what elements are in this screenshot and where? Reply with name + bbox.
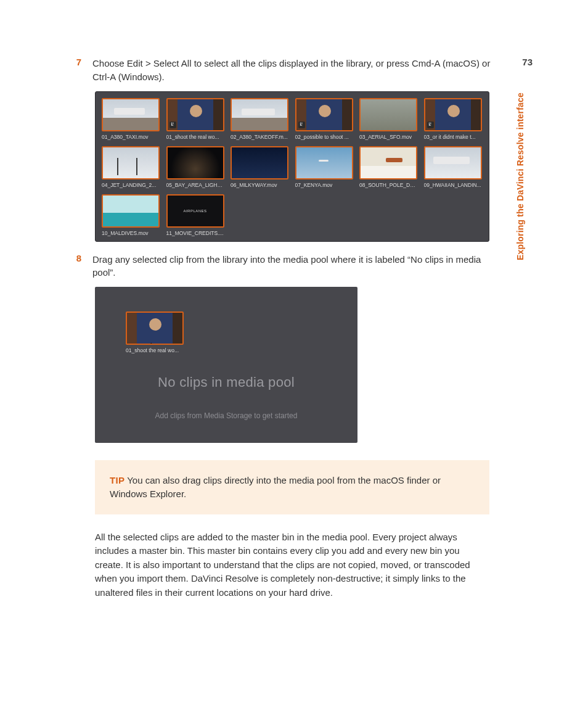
clip-label: 11_MOVIE_CREDITS.... bbox=[166, 230, 224, 236]
tip-text: You can also drag clips directly into th… bbox=[110, 475, 441, 499]
clip-item[interactable]: 02_A380_TAKEOFF.m... bbox=[231, 98, 290, 140]
clip-label: 04_JET_LANDING_2... bbox=[102, 182, 160, 188]
clip-grid: 01_A380_TAXI.mov01_shoot the real wo...0… bbox=[102, 98, 483, 236]
dragged-clip-thumbnail bbox=[126, 311, 184, 345]
clip-thumbnail[interactable] bbox=[359, 98, 417, 131]
clip-thumbnail[interactable] bbox=[231, 146, 288, 179]
clip-label: 01_A380_TAXI.mov bbox=[102, 134, 160, 140]
tip-label: TIP bbox=[110, 475, 125, 485]
clip-item[interactable]: 01_shoot the real wo... bbox=[166, 98, 226, 140]
clip-item[interactable]: AIRPLANES11_MOVIE_CREDITS.... bbox=[166, 194, 226, 236]
library-panel: 01_A380_TAXI.mov01_shoot the real wo...0… bbox=[95, 91, 489, 242]
clip-item[interactable]: 02_possible to shoot ... bbox=[295, 98, 354, 140]
clip-item[interactable]: 07_KENYA.mov bbox=[295, 146, 354, 188]
clip-label: 08_SOUTH_POLE_DC... bbox=[359, 182, 417, 188]
media-pool-empty-message: No clips in media pool bbox=[95, 374, 357, 390]
dragged-clip: 01_shoot the real wo... bbox=[126, 311, 184, 353]
clip-thumbnail[interactable] bbox=[166, 98, 224, 131]
clip-label: 05_BAY_AREA_LIGHT... bbox=[166, 182, 224, 188]
clip-thumbnail[interactable] bbox=[295, 98, 353, 131]
clip-thumbnail[interactable] bbox=[102, 194, 160, 228]
clip-label: 02_possible to shoot ... bbox=[295, 134, 353, 140]
dragged-clip-label: 01_shoot the real wo... bbox=[126, 347, 184, 353]
step-7-number: 7 bbox=[71, 57, 81, 84]
clip-thumbnail[interactable] bbox=[424, 146, 482, 179]
media-pool-panel: 01_shoot the real wo... No clips in medi… bbox=[95, 287, 357, 443]
audio-icon bbox=[298, 122, 305, 128]
clip-label: 03_or it didnt make t... bbox=[424, 134, 482, 140]
clip-item[interactable]: 09_HWAIIAN_LANDIN... bbox=[424, 146, 483, 188]
audio-icon bbox=[169, 122, 176, 128]
cursor-icon bbox=[150, 342, 159, 345]
clip-label: 02_A380_TAKEOFF.m... bbox=[231, 134, 288, 140]
clip-thumbnail[interactable] bbox=[166, 146, 224, 179]
clip-thumbnail[interactable] bbox=[424, 98, 482, 131]
clip-thumbnail[interactable] bbox=[231, 98, 288, 131]
clip-label: 06_MILKYWAY.mov bbox=[231, 182, 288, 188]
clip-label: 09_HWAIIAN_LANDIN... bbox=[424, 182, 482, 188]
clip-item[interactable]: 04_JET_LANDING_2... bbox=[102, 146, 161, 188]
clip-label: 07_KENYA.mov bbox=[295, 182, 353, 188]
clip-item[interactable]: 05_BAY_AREA_LIGHT... bbox=[166, 146, 226, 188]
clip-label: 10_MALDIVES.mov bbox=[102, 230, 160, 236]
clip-thumbnail[interactable] bbox=[102, 98, 160, 131]
clip-item[interactable]: 03_AERIAL_SFO.mov bbox=[359, 98, 419, 140]
page-number: 73 bbox=[522, 57, 533, 67]
step-7: 7 Choose Edit > Select All to select all… bbox=[71, 57, 503, 84]
clip-item[interactable]: 06_MILKYWAY.mov bbox=[231, 146, 290, 188]
clip-thumbnail[interactable] bbox=[102, 146, 160, 179]
clip-thumbnail[interactable] bbox=[359, 146, 417, 179]
step-8-number: 8 bbox=[71, 253, 81, 280]
clip-thumbnail[interactable] bbox=[295, 146, 353, 179]
body-paragraph: All the selected clips are added to the … bbox=[95, 530, 489, 600]
step-8-text: Drag any selected clip from the library … bbox=[92, 253, 503, 280]
clip-item[interactable]: 03_or it didnt make t... bbox=[424, 98, 483, 140]
clip-thumbnail[interactable]: AIRPLANES bbox=[166, 194, 224, 228]
clip-label: 01_shoot the real wo... bbox=[166, 134, 224, 140]
media-pool-empty-subtext: Add clips from Media Storage to get star… bbox=[95, 411, 357, 420]
tip-callout: TIP You can also drag clips directly int… bbox=[95, 460, 489, 514]
clip-item[interactable]: 08_SOUTH_POLE_DC... bbox=[359, 146, 419, 188]
clip-item[interactable]: 01_A380_TAXI.mov bbox=[102, 98, 161, 140]
section-side-title: Exploring the DaVinci Resolve interface bbox=[515, 93, 525, 260]
clip-label: 03_AERIAL_SFO.mov bbox=[359, 134, 417, 140]
clip-item[interactable]: 10_MALDIVES.mov bbox=[102, 194, 161, 236]
step-8: 8 Drag any selected clip from the librar… bbox=[71, 253, 503, 280]
step-7-text: Choose Edit > Select All to select all t… bbox=[92, 57, 503, 84]
audio-icon bbox=[427, 122, 434, 128]
